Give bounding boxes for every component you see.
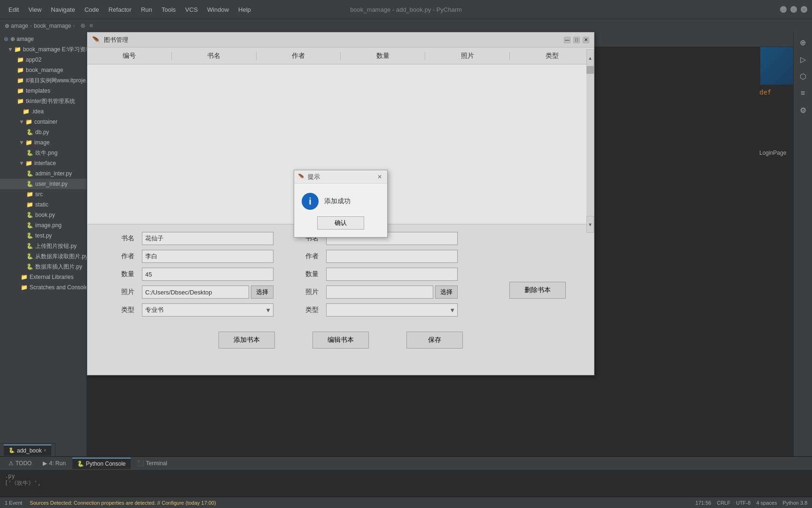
status-position: 171:56 [695,500,711,506]
python-icon: 🐍 [77,460,84,467]
tree-item-db-py[interactable]: 🐍 db.py [0,127,86,137]
tree-item-image[interactable]: ▼ 📁 image [0,137,86,148]
menu-view[interactable]: View [24,4,45,15]
collapse-icon[interactable]: ≡ [89,22,93,29]
menu-edit[interactable]: Edit [5,4,23,15]
menu-tools[interactable]: Tools [158,4,180,15]
bottom-panel: ⚠ TODO ▶ 4: Run 🐍 Python Console ⬛ Termi… [0,456,812,497]
dialog-info-icon: i [302,193,319,210]
tree-item-image-png[interactable]: 🐍 image.png [0,220,86,230]
maximize-button[interactable]: □ [790,6,797,13]
tree-item-insert-img[interactable]: 🐍 数据库插入图片.py [0,262,86,272]
breadcrumb-item-1[interactable]: ⊕ amage [5,23,28,29]
menu-vcs[interactable]: VCS [181,4,202,15]
status-right: 171:56 CRLF UTF-8 4 spaces Python 3.8 [695,500,807,506]
tree-item-app02[interactable]: 📁 app02 [0,55,86,65]
tab-python-console[interactable]: 🐍 Python Console [72,458,131,469]
bottom-content: .py ['《吹牛》', [0,470,812,497]
tree-item-user-inter[interactable]: 🐍 user_inter.py [0,179,86,189]
tree-item-test-py[interactable]: 🐍 test.py [0,230,86,241]
tree-item-itproject[interactable]: 📁 it项目实例网www.itproje... [0,75,86,86]
status-python: Python 3.8 [782,500,807,506]
tkinter-window: 🪶 图书管理 — □ ✕ 编号 书名 作者 数量 照片 类型 ▲ ▼ 书名 书名… [87,32,594,375]
statusbar: 1 Event Sources Detected: Connection pro… [0,497,812,508]
tree-item-scratches[interactable]: 📁 Scratches and Consoles [0,282,86,293]
dialog-body: i 添加成功 确认 [294,183,387,237]
project-tree: ⊕ ⊕ amage ▼ 📁 book_mamage E:\学习资料 📁 app0… [0,32,86,442]
menu-navigate[interactable]: Navigate [47,4,78,15]
tree-item-interface[interactable]: ▼ 📁 interface [0,158,86,168]
tree-item-book-mamage[interactable]: 📁 book_mamage [0,65,86,75]
todo-icon: ⚠ [8,460,14,467]
menu-window[interactable]: Window [203,4,233,15]
project-sidebar: ⊕ ⊕ amage ▼ 📁 book_mamage E:\学习资料 📁 app0… [0,32,87,456]
tree-item-static[interactable]: 📁 static [0,199,86,210]
status-line-ending: CRLF [717,500,730,506]
right-icon-3[interactable]: ⬡ [796,70,810,83]
menu-refactor[interactable]: Refactor [105,4,135,15]
add-book-tab-icon: 🐍 [8,447,15,453]
tree-item-book-py[interactable]: 🐍 book.py [0,210,86,220]
dialog-title: 提示 [308,173,320,181]
close-button[interactable]: ✕ [801,6,807,13]
breadcrumb: ⊕ amage › book_mamage › ⊕ ≡ [0,19,812,32]
right-icon-5[interactable]: ⚙ [796,103,810,117]
tree-item-container[interactable]: ▼ 📁 container [0,117,86,127]
tree-item-src[interactable]: 📁 src [0,189,86,199]
dialog-ok-btn[interactable]: 确认 [317,216,364,230]
status-warning: Sources Detected: Connection properties … [30,500,216,506]
tree-item-project[interactable]: ⊕ ⊕ amage [0,34,86,44]
window-controls: — □ ✕ [780,6,807,13]
tree-item-templates[interactable]: 📁 templates [0,86,86,96]
menu-help[interactable]: Help [234,4,255,15]
right-icon-1[interactable]: ⊕ [796,36,810,49]
terminal-icon: ⬛ [137,460,144,467]
tree-item-chuiniu-png[interactable]: 🐍 吹牛.png [0,148,86,158]
tree-item-tkinter[interactable]: 📁 tkinter图书管理系统 [0,96,86,106]
tab-todo[interactable]: ⚠ TODO [4,458,36,469]
status-encoding: UTF-8 [736,500,750,506]
tree-item-idea[interactable]: 📁 .idea [0,106,86,117]
tree-item-upload-btn[interactable]: 🐍 上传图片按钮.py [0,241,86,251]
tree-item-ext-libs[interactable]: 📁 External Libraries [0,272,86,282]
breadcrumb-item-2[interactable]: book_mamage [34,23,71,29]
status-indent: 4 spaces [756,500,777,506]
tab-terminal[interactable]: ⬛ Terminal [133,458,172,469]
ide-title: book_mamage - add_book.py - PyCharm [350,6,462,13]
right-sidebar: ⊕ ▷ ⬡ ≡ ⚙ [793,32,812,456]
tree-item-book-mamage-root[interactable]: ▼ 📁 book_mamage E:\学习资料 [0,44,86,55]
dialog-box: 🪶 提示 ✕ i 添加成功 确认 [294,170,388,238]
content-line-1: .py [5,473,807,479]
status-event: 1 Event [5,500,22,506]
add-book-tab-close[interactable]: × [44,448,47,453]
ide-menubar: Edit View Navigate Code Refactor Run Too… [0,0,812,19]
dialog-overlay: 🪶 提示 ✕ i 添加成功 确认 [87,32,594,375]
menu-run[interactable]: Run [137,4,156,15]
bottom-tabs: ⚠ TODO ▶ 4: Run 🐍 Python Console ⬛ Termi… [0,457,812,470]
tab-run[interactable]: ▶ 4: Run [38,458,70,469]
minimize-button[interactable]: — [780,6,787,13]
project-icon[interactable]: ⊕ [80,22,86,29]
right-icon-2[interactable]: ▷ [796,53,810,66]
dialog-close-btn[interactable]: ✕ [376,173,383,181]
tree-item-admin-inter[interactable]: 🐍 admin_inter.py [0,168,86,179]
dialog-message: 添加成功 [324,197,351,206]
content-line-2: ['《吹牛》', [5,479,807,487]
dialog-info-row: i 添加成功 [302,193,380,210]
run-icon: ▶ [43,460,47,467]
add-book-tab[interactable]: 🐍 add_book × [4,444,51,456]
menu-code[interactable]: Code [81,4,103,15]
dialog-titlebar: 🪶 提示 ✕ [294,170,387,183]
tree-item-fetch-img[interactable]: 🐍 从数据库读取图片.py [0,251,86,262]
right-icon-4[interactable]: ≡ [796,87,810,100]
add-book-tab-label: add_book [17,447,42,454]
editor-bottom-tab-area: 🐍 add_book × [0,443,55,456]
